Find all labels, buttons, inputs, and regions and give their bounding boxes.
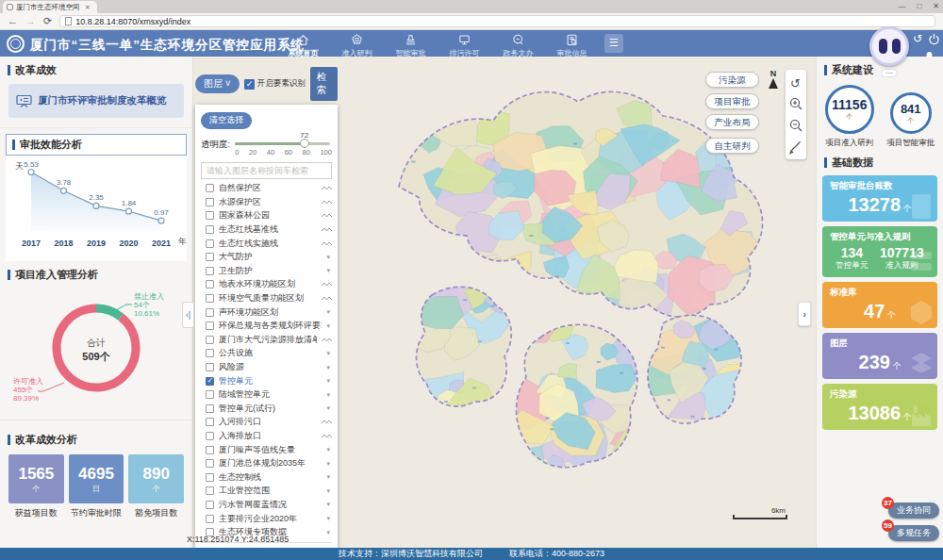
back-icon[interactable]: ← xyxy=(8,16,18,26)
layer-item[interactable]: 管控单元▾ xyxy=(201,374,332,388)
chevron-down-icon[interactable]: ▾ xyxy=(326,322,332,330)
address-input[interactable]: 10.8.28.14:8070/xmsxyd/index xyxy=(59,15,935,27)
layer-checkbox[interactable] xyxy=(206,404,214,413)
layer-checkbox[interactable] xyxy=(206,459,214,468)
layer-item[interactable]: 自然保护区 xyxy=(201,182,332,196)
layer-checkbox[interactable] xyxy=(206,308,214,317)
layer-checkbox[interactable] xyxy=(206,184,214,192)
reload-icon[interactable]: ⟳ xyxy=(43,16,52,26)
chevron-down-icon[interactable]: ▾ xyxy=(326,308,332,316)
nav-item-准入研判[interactable]: 准入研判 xyxy=(330,31,384,58)
chevron-down-icon[interactable]: ▾ xyxy=(326,364,332,371)
layer-item[interactable]: 污水管网覆盖情况▾ xyxy=(201,498,332,512)
sidebar-collapse-button[interactable]: ‹| xyxy=(182,302,194,328)
chevron-down-icon[interactable]: ▾ xyxy=(326,515,332,522)
layer-checkbox[interactable] xyxy=(206,280,214,288)
layer-item[interactable]: 主要排污企业2020年▾ xyxy=(201,512,332,526)
window-close-button[interactable]: ✕ xyxy=(933,2,939,10)
nav-item-审批信息[interactable]: 审批信息 xyxy=(545,31,599,58)
layer-checkbox[interactable] xyxy=(206,349,214,357)
layer-checkbox[interactable] xyxy=(206,225,214,234)
layer-checkbox[interactable] xyxy=(206,321,214,330)
layer-item[interactable]: 水源保护区 xyxy=(201,195,332,209)
layer-checkbox[interactable] xyxy=(206,198,214,206)
layer-item[interactable]: 地表水环境功能区划 xyxy=(201,278,332,292)
map-tool-zoom-out-icon[interactable] xyxy=(787,116,804,135)
layer-search-input[interactable] xyxy=(201,162,332,179)
layer-dropdown-button[interactable]: 图层 ˅ xyxy=(195,74,240,93)
collaboration-button[interactable]: 37 业务协同 xyxy=(888,502,939,519)
nav-item-排污许可[interactable]: 排污许可 xyxy=(438,31,491,58)
opacity-slider-knob[interactable] xyxy=(300,139,309,148)
layer-checkbox[interactable] xyxy=(206,390,214,399)
layer-item[interactable]: 环保总规与各类规划环评要求▾ xyxy=(201,319,332,333)
nav-item-系统首页[interactable]: 系统首页 xyxy=(276,31,330,58)
chevron-down-icon[interactable]: ▾ xyxy=(326,267,332,274)
layer-checkbox[interactable] xyxy=(206,501,214,509)
layer-item[interactable]: 国家森林公园 xyxy=(201,209,332,223)
layer-item[interactable]: 厦门市大气污染源排放清单 xyxy=(201,333,332,347)
layer-item[interactable]: 生态红线实施线 xyxy=(201,237,332,251)
opacity-slider[interactable]: 72 020406080100 xyxy=(235,136,332,160)
layer-item[interactable]: 卫生防护▾ xyxy=(201,264,332,278)
layer-checkbox[interactable] xyxy=(206,294,214,303)
layer-item[interactable]: 声环境功能区划▾ xyxy=(201,305,332,320)
layer-checkbox[interactable] xyxy=(206,363,214,371)
search-button[interactable]: 检索 xyxy=(310,67,338,101)
reform-overview-button[interactable]: 厦门市环评审批制度改革概览 xyxy=(8,84,184,118)
layer-checkbox[interactable] xyxy=(206,432,214,440)
layer-item[interactable]: 风险源▾ xyxy=(201,360,332,374)
feature-identify-toggle[interactable]: 开启要素识别 xyxy=(244,78,306,90)
layer-item[interactable]: 大气防护▾ xyxy=(201,250,332,264)
layer-item[interactable]: 厦门港总体规划2035年▾ xyxy=(201,456,332,470)
layer-checkbox[interactable] xyxy=(206,446,214,454)
feature-identify-checkbox[interactable] xyxy=(244,79,255,90)
clear-selection-button[interactable]: 清空选择 xyxy=(201,112,252,129)
map-quick-button-自主研判[interactable]: 自主研判 xyxy=(705,138,759,154)
layer-item[interactable]: 生态红线基准线 xyxy=(201,222,332,237)
forward-icon[interactable]: → xyxy=(25,16,36,26)
layer-item[interactable]: 管控单元(试行)▾ xyxy=(201,402,332,416)
assistant-robot[interactable]: — xyxy=(869,26,910,77)
nav-item-智能审批[interactable]: 智能审批 xyxy=(384,31,438,58)
right-panel-expand-button[interactable]: › xyxy=(798,302,811,326)
chevron-down-icon[interactable]: ▾ xyxy=(326,446,332,453)
chevron-down-icon[interactable]: ▾ xyxy=(326,487,332,495)
layer-checkbox[interactable] xyxy=(206,211,214,220)
nav-item-政务文办[interactable]: 政务文办 xyxy=(491,31,545,58)
tasks-button[interactable]: 59 多规任务 xyxy=(888,525,939,541)
layer-checkbox[interactable] xyxy=(206,486,214,495)
layer-checkbox[interactable] xyxy=(206,253,214,261)
map-tool-measure-icon[interactable] xyxy=(787,138,804,156)
layer-item[interactable]: 入海排放口 xyxy=(201,429,332,443)
layer-item[interactable]: 陆域管控单元▾ xyxy=(201,387,332,402)
map-quick-button-产业布局[interactable]: 产业布局 xyxy=(705,114,759,130)
menu-toggle-button[interactable]: ☰ xyxy=(604,34,623,53)
layer-item[interactable]: 入河排污口 xyxy=(201,416,332,430)
layer-item[interactable]: 生态控制线▾ xyxy=(201,470,332,485)
window-minimize-button[interactable]: — xyxy=(898,2,905,10)
layer-checkbox[interactable] xyxy=(206,377,214,386)
window-maximize-button[interactable]: □ xyxy=(917,2,921,10)
layer-item[interactable]: 公共设施▾ xyxy=(201,347,332,361)
layer-checkbox[interactable] xyxy=(206,239,214,248)
layer-checkbox[interactable] xyxy=(206,418,214,426)
layer-item[interactable]: 工业管控范围▾ xyxy=(201,485,332,499)
chevron-down-icon[interactable]: ▾ xyxy=(326,350,332,357)
chevron-down-icon[interactable]: ▾ xyxy=(326,460,332,468)
map-quick-button-污染源[interactable]: 污染源 xyxy=(705,72,759,88)
layer-checkbox[interactable] xyxy=(206,515,214,523)
chevron-down-icon[interactable]: ▾ xyxy=(326,473,332,481)
map-tool-zoom-in-icon[interactable] xyxy=(787,94,804,113)
undo-icon[interactable]: ↺ xyxy=(913,32,922,45)
layer-item[interactable]: 厦门噪声等值线矢量▾ xyxy=(201,443,332,457)
layer-checkbox[interactable] xyxy=(206,336,214,344)
chevron-down-icon[interactable]: ▾ xyxy=(326,529,332,536)
layer-checkbox[interactable] xyxy=(206,473,214,482)
tab-close-icon[interactable]: ✕ xyxy=(85,4,91,11)
power-icon[interactable] xyxy=(928,32,940,45)
chevron-down-icon[interactable]: ▾ xyxy=(326,377,332,385)
chevron-down-icon[interactable]: ▾ xyxy=(326,254,332,261)
layer-item[interactable]: 环境空气质量功能区划 xyxy=(201,291,332,305)
chevron-down-icon[interactable]: ▾ xyxy=(326,391,332,399)
